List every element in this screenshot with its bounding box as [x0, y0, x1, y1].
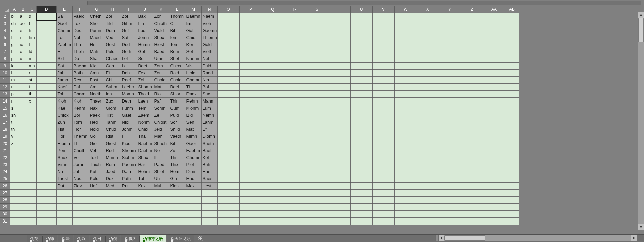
- cell[interactable]: [72, 197, 89, 204]
- cell[interactable]: Med: [105, 183, 121, 190]
- cell[interactable]: [483, 27, 505, 34]
- cell[interactable]: Baet: [137, 63, 153, 70]
- sheet-tab[interactable]: 伪德: [43, 235, 57, 242]
- cell[interactable]: [19, 161, 28, 168]
- cell[interactable]: [328, 48, 350, 55]
- cell[interactable]: [284, 175, 306, 183]
- cell[interactable]: [56, 204, 72, 211]
- cell[interactable]: [56, 197, 72, 204]
- cell[interactable]: [28, 112, 36, 119]
- cell[interactable]: [19, 190, 28, 197]
- cell[interactable]: Pem: [56, 147, 72, 154]
- cell[interactable]: Cheth: [89, 13, 105, 20]
- cell[interactable]: [72, 204, 89, 211]
- cell[interactable]: [505, 147, 519, 154]
- cell[interactable]: x: [28, 98, 36, 105]
- cell[interactable]: Mah: [153, 133, 169, 140]
- cell[interactable]: [394, 105, 417, 112]
- cell[interactable]: [350, 105, 372, 112]
- cell[interactable]: Zom: [153, 63, 169, 70]
- cell[interactable]: [439, 119, 461, 126]
- cell[interactable]: [217, 34, 239, 41]
- cell[interactable]: Pumn: [89, 27, 105, 34]
- cell[interactable]: [19, 63, 28, 70]
- cell[interactable]: [28, 154, 36, 161]
- cell[interactable]: [372, 55, 394, 63]
- cell[interactable]: [284, 105, 306, 112]
- cell[interactable]: [505, 20, 519, 27]
- cell[interactable]: [262, 91, 284, 98]
- cell[interactable]: [284, 34, 306, 41]
- cell[interactable]: [306, 161, 328, 168]
- cell[interactable]: [394, 77, 417, 84]
- cell[interactable]: Seh: [185, 119, 201, 126]
- cell[interactable]: Rad: [185, 175, 201, 183]
- cell[interactable]: [10, 168, 19, 175]
- cell[interactable]: [137, 197, 153, 204]
- cell[interactable]: Toh: [56, 91, 72, 98]
- cell[interactable]: Gaef: [121, 112, 137, 119]
- cell[interactable]: Jomn: [137, 34, 153, 41]
- cell[interactable]: l: [10, 70, 19, 77]
- cell[interactable]: [394, 84, 417, 91]
- cell[interactable]: Dah: [121, 70, 137, 77]
- cell[interactable]: Shior: [169, 91, 185, 98]
- row-header[interactable]: 10: [0, 70, 10, 77]
- cell[interactable]: Zor: [105, 13, 121, 20]
- cell[interactable]: [417, 34, 439, 41]
- cell[interactable]: [72, 190, 89, 197]
- cell[interactable]: Set: [185, 48, 201, 55]
- cell[interactable]: Bih: [169, 27, 185, 34]
- cell[interactable]: [306, 48, 328, 55]
- cell[interactable]: [217, 190, 239, 197]
- cell[interactable]: [350, 112, 372, 119]
- cell[interactable]: [372, 98, 394, 105]
- cell[interactable]: Hof: [89, 183, 105, 190]
- cell[interactable]: [239, 204, 262, 211]
- cell[interactable]: Paed: [153, 161, 169, 168]
- cell[interactable]: [169, 204, 185, 211]
- cell[interactable]: [10, 175, 19, 183]
- cell[interactable]: [306, 77, 328, 84]
- cell[interactable]: ch: [10, 20, 19, 27]
- cell[interactable]: [417, 105, 439, 112]
- cell[interactable]: Jah: [72, 168, 89, 175]
- cell[interactable]: f: [28, 20, 36, 27]
- column-header[interactable]: M: [185, 6, 201, 13]
- cell[interactable]: [217, 41, 239, 48]
- row-header[interactable]: 21: [0, 147, 10, 154]
- cell[interactable]: [262, 105, 284, 112]
- cell[interactable]: [439, 197, 461, 204]
- cell[interactable]: [394, 211, 417, 218]
- cell[interactable]: Mahm: [201, 98, 217, 105]
- cell[interactable]: [284, 168, 306, 175]
- cell[interactable]: [328, 112, 350, 119]
- cell[interactable]: [28, 105, 36, 112]
- cell[interactable]: [284, 147, 306, 154]
- cell[interactable]: Nax: [89, 105, 105, 112]
- cell[interactable]: Thioh: [89, 161, 105, 168]
- cell[interactable]: [217, 84, 239, 91]
- cell[interactable]: [417, 77, 439, 84]
- cell[interactable]: [439, 140, 461, 147]
- cell[interactable]: Chemn: [56, 27, 72, 34]
- cell[interactable]: Sheth: [201, 140, 217, 147]
- cell[interactable]: [217, 133, 239, 140]
- cell[interactable]: [306, 168, 328, 175]
- cell[interactable]: Gaef: [56, 20, 72, 27]
- cell[interactable]: Faehm: [185, 147, 201, 154]
- cell[interactable]: [217, 27, 239, 34]
- cell[interactable]: [306, 218, 328, 225]
- cell[interactable]: [417, 48, 439, 55]
- cell[interactable]: [439, 34, 461, 41]
- cell[interactable]: [328, 41, 350, 48]
- cell[interactable]: [328, 63, 350, 70]
- cell[interactable]: [262, 161, 284, 168]
- cell[interactable]: [461, 84, 483, 91]
- cell[interactable]: Humn: [137, 41, 153, 48]
- cell[interactable]: [394, 183, 417, 190]
- cell[interactable]: [262, 175, 284, 183]
- cell[interactable]: [284, 20, 306, 27]
- cell[interactable]: th: [28, 91, 36, 98]
- cell[interactable]: [239, 211, 262, 218]
